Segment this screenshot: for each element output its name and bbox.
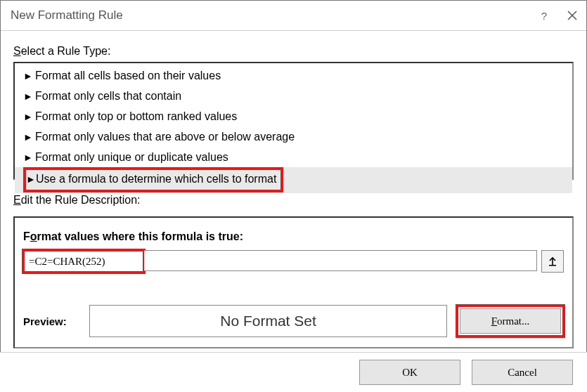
cancel-button[interactable]: Cancel — [472, 360, 573, 385]
rule-type-item-0[interactable]: ►Format all cells based on their values — [15, 65, 572, 86]
rule-type-text: Format all cells based on their values — [35, 67, 221, 85]
preview-box: No Format Set — [89, 305, 447, 337]
titlebar: New Formatting Rule ? — [1, 1, 586, 31]
highlight-formula — [23, 250, 144, 273]
bullet-icon: ► — [23, 128, 33, 146]
svg-rect-0 — [549, 265, 556, 266]
highlight-selection: ►Use a formula to determine which cells … — [23, 167, 283, 192]
bullet-icon: ► — [23, 148, 33, 166]
bullet-icon: ► — [23, 87, 33, 105]
select-rule-type-label: Select a Rule Type: — [13, 45, 574, 58]
rule-type-item-3[interactable]: ►Format only values that are above or be… — [15, 126, 572, 147]
bullet-icon: ► — [23, 67, 33, 85]
formula-input-extension[interactable] — [144, 250, 537, 271]
bullet-icon: ► — [23, 107, 33, 126]
preview-label: Preview: — [23, 315, 85, 327]
rule-description-panel: Format values where this formula is true… — [13, 216, 574, 348]
ok-button[interactable]: OK — [359, 360, 460, 385]
rule-type-item-2[interactable]: ►Format only top or bottom ranked values — [15, 106, 572, 126]
rule-type-list[interactable]: ►Format all cells based on their values … — [13, 62, 574, 180]
bullet-icon: ► — [26, 170, 36, 188]
format-button-rest: ormat... — [497, 315, 529, 327]
rule-type-text: Format only cells that contain — [35, 87, 181, 105]
collapse-dialog-button[interactable] — [541, 250, 564, 273]
dialog-title: New Formatting Rule — [11, 8, 530, 22]
close-button[interactable] — [558, 1, 586, 30]
formula-true-label: Format values where this formula is true… — [23, 230, 564, 243]
rule-type-item-5[interactable]: ►Use a formula to determine which cells … — [15, 167, 572, 193]
rule-type-item-4[interactable]: ►Format only unique or duplicate values — [15, 147, 572, 167]
formula-row — [23, 250, 564, 273]
edit-rule-desc-label: Edit the Rule Description: — [13, 194, 574, 207]
rule-type-item-1[interactable]: ►Format only cells that contain — [15, 86, 572, 106]
dialog-footer: OK Cancel — [0, 352, 587, 392]
help-button[interactable]: ? — [530, 1, 558, 30]
close-icon — [567, 11, 577, 20]
formula-input[interactable] — [24, 251, 143, 272]
rule-type-text: Use a formula to determine which cells t… — [36, 173, 276, 185]
highlight-format-button: Format... — [457, 306, 564, 337]
formula-true-label-rest: rmat values where this formula is true: — [37, 230, 243, 242]
range-picker-icon — [548, 256, 557, 266]
rule-type-text: Format only top or bottom ranked values — [35, 107, 237, 126]
rule-type-text: Format only unique or duplicate values — [35, 148, 228, 166]
preview-row: Preview: No Format Set Format... — [23, 305, 564, 337]
rule-type-text: Format only values that are above or bel… — [35, 128, 295, 146]
format-button[interactable]: Format... — [460, 308, 561, 334]
